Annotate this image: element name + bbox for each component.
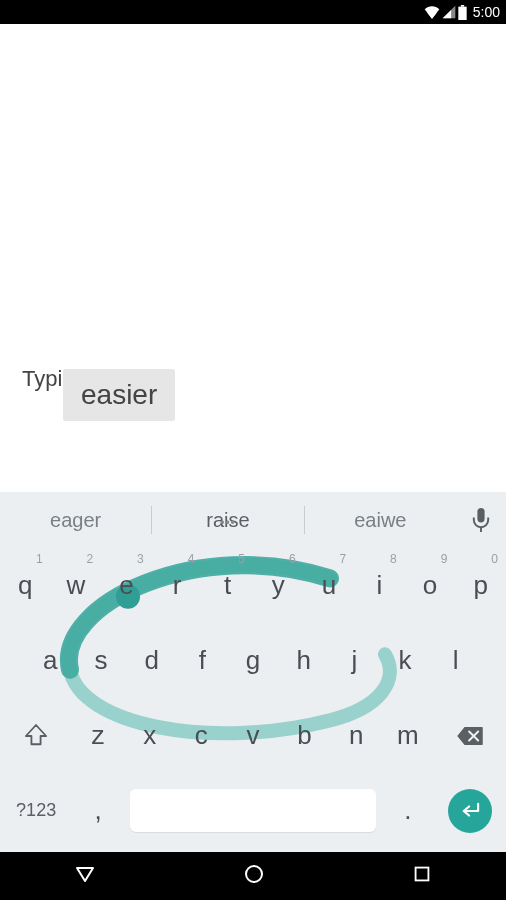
key-s[interactable]: s — [76, 623, 127, 698]
android-status-bar: 5:00 — [0, 0, 506, 24]
recents-icon — [411, 863, 433, 885]
shift-key[interactable] — [0, 698, 72, 773]
svg-rect-6 — [416, 868, 429, 881]
key-row-4: ?123 , . — [0, 773, 506, 848]
key-b[interactable]: b — [279, 698, 331, 773]
soft-keyboard: eager raise ••• eaiwe 1q 2w 3e 4r 5t 6y … — [0, 492, 506, 852]
key-c[interactable]: c — [176, 698, 228, 773]
symbols-key[interactable]: ?123 — [0, 773, 72, 848]
app-content: Typing is easier — [0, 24, 506, 492]
key-k[interactable]: k — [380, 623, 431, 698]
space-key[interactable] — [124, 773, 382, 848]
key-w[interactable]: 2w — [51, 548, 102, 623]
svg-rect-0 — [458, 6, 466, 19]
key-i[interactable]: 8i — [354, 548, 405, 623]
key-r[interactable]: 4r — [152, 548, 203, 623]
suggestion-right[interactable]: eaiwe — [305, 509, 456, 532]
key-m[interactable]: m — [382, 698, 434, 773]
key-f[interactable]: f — [177, 623, 228, 698]
key-t[interactable]: 5t — [202, 548, 253, 623]
comma-key[interactable]: , — [72, 773, 124, 848]
popup-word: easier — [81, 379, 157, 410]
cell-signal-icon — [442, 5, 456, 19]
more-suggestions-icon: ••• — [220, 516, 236, 530]
nav-recents-button[interactable] — [411, 863, 433, 889]
key-z[interactable]: z — [72, 698, 124, 773]
key-h[interactable]: h — [278, 623, 329, 698]
key-o[interactable]: 9o — [405, 548, 456, 623]
nav-home-button[interactable] — [242, 862, 266, 890]
key-e[interactable]: 3e — [101, 548, 152, 623]
back-icon — [73, 862, 97, 886]
svg-rect-2 — [477, 508, 484, 522]
enter-icon — [459, 802, 481, 820]
key-u[interactable]: 7u — [304, 548, 355, 623]
suggestion-center[interactable]: raise ••• — [152, 509, 303, 532]
svg-rect-1 — [461, 5, 464, 7]
shift-icon — [25, 724, 47, 748]
key-a[interactable]: a — [25, 623, 76, 698]
key-row-1: 1q 2w 3e 4r 5t 6y 7u 8i 9o 0p — [0, 548, 506, 623]
nav-back-button[interactable] — [73, 862, 97, 890]
key-q[interactable]: 1q — [0, 548, 51, 623]
backspace-key[interactable] — [434, 698, 506, 773]
suggestion-strip: eager raise ••• eaiwe — [0, 492, 506, 548]
backspace-icon — [456, 726, 484, 746]
android-nav-bar — [0, 852, 506, 900]
status-time: 5:00 — [473, 4, 500, 20]
enter-key[interactable] — [434, 773, 506, 848]
key-l[interactable]: l — [430, 623, 481, 698]
key-y[interactable]: 6y — [253, 548, 304, 623]
svg-point-5 — [246, 866, 262, 882]
voice-input-button[interactable] — [456, 508, 506, 532]
key-p[interactable]: 0p — [455, 548, 506, 623]
key-row-2: a s d f g h j k l — [0, 623, 506, 698]
key-g[interactable]: g — [228, 623, 279, 698]
microphone-icon — [472, 508, 490, 532]
key-d[interactable]: d — [126, 623, 177, 698]
key-n[interactable]: n — [330, 698, 382, 773]
home-icon — [242, 862, 266, 886]
battery-icon — [458, 5, 467, 20]
key-row-3: z x c v b n m — [0, 698, 506, 773]
key-j[interactable]: j — [329, 623, 380, 698]
period-key[interactable]: . — [382, 773, 434, 848]
word-suggestion-popup[interactable]: easier — [63, 369, 175, 421]
key-v[interactable]: v — [227, 698, 279, 773]
wifi-icon — [424, 5, 440, 19]
key-x[interactable]: x — [124, 698, 176, 773]
suggestion-left[interactable]: eager — [0, 509, 151, 532]
